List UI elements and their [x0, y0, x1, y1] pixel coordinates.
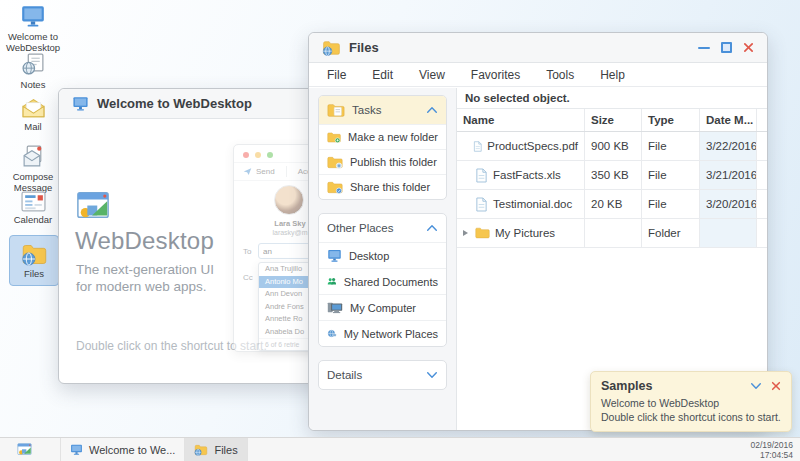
mail-icon	[21, 98, 46, 119]
table-row[interactable]: FastFacts.xls 350 KB File 3/21/2016 ...	[457, 161, 767, 190]
table-row[interactable]: ProductSpecs.pdf 900 KB File 3/22/2016 .…	[457, 132, 767, 161]
table-row[interactable]: Testimonial.doc 20 KB File 3/20/2016 ...	[457, 190, 767, 219]
network-globe-icon	[327, 327, 337, 340]
taskbar-clock: 02/19/2016 17:04:54	[750, 440, 793, 460]
row-spacer	[757, 132, 767, 160]
task-make-new-folder[interactable]: Make a new folder	[319, 124, 446, 149]
chevron-down-icon[interactable]	[426, 371, 438, 379]
details-header[interactable]: Details	[319, 361, 446, 389]
cc-label: Cc	[243, 273, 253, 282]
task-publish-folder[interactable]: Publish this folder	[319, 149, 446, 174]
app-name: WebDesktop	[75, 227, 214, 255]
chevron-up-icon[interactable]	[426, 106, 438, 114]
taskbar-item-welcome[interactable]: Welcome to We...	[60, 438, 184, 461]
file-type: File	[642, 190, 700, 218]
place-my-network-places[interactable]: My Network Places	[319, 320, 446, 346]
column-header-type[interactable]: Type	[642, 109, 700, 131]
file-icon	[475, 197, 488, 212]
file-date: 3/22/2016 ...	[700, 132, 757, 160]
menu-file[interactable]: File	[314, 63, 359, 87]
table-row[interactable]: My Pictures Folder	[457, 219, 767, 248]
chevron-down-icon[interactable]	[750, 382, 762, 390]
window-controls	[698, 42, 754, 53]
menu-tools[interactable]: Tools	[533, 63, 587, 87]
tasks-panel: Tasks Make a new folder Publish this fol…	[318, 95, 447, 200]
desktop-icon-compose-message[interactable]: Compose Message	[3, 144, 63, 193]
folder-plus-icon	[327, 131, 341, 144]
file-name: FastFacts.xls	[493, 169, 561, 181]
file-date	[700, 219, 757, 247]
close-dot-icon	[243, 152, 249, 158]
folder-doc-icon	[327, 103, 345, 118]
other-places-title: Other Places	[327, 222, 393, 234]
files-window-titlebar[interactable]: Files	[309, 33, 767, 63]
desktop-icon-files[interactable]: Files	[9, 235, 59, 286]
expand-caret-icon[interactable]	[463, 230, 468, 236]
tagline-line-2: for modern web apps.	[76, 278, 214, 295]
compose-icon	[21, 144, 46, 169]
task-label: Share this folder	[350, 181, 430, 193]
desktop-icon-mail[interactable]: Mail	[3, 98, 63, 132]
close-icon[interactable]	[743, 42, 754, 53]
computer-icon	[327, 301, 343, 314]
people-icon	[327, 275, 337, 288]
menu-help[interactable]: Help	[587, 63, 638, 87]
desktop-icon-label: Welcome to WebDesktop	[3, 31, 63, 53]
details-panel: Details	[318, 360, 447, 390]
file-name: Testimonial.doc	[493, 198, 572, 210]
task-share-folder[interactable]: Share this folder	[319, 174, 446, 199]
start-button[interactable]	[17, 442, 32, 457]
file-type: File	[642, 132, 700, 160]
file-size: 20 KB	[585, 190, 642, 218]
file-type: File	[642, 161, 700, 189]
file-date: 3/21/2016 ...	[700, 161, 757, 189]
folder-name-cell: My Pictures	[457, 219, 585, 247]
tasks-panel-header[interactable]: Tasks	[319, 96, 446, 124]
file-icon	[473, 139, 483, 154]
file-icon	[475, 168, 488, 183]
menu-view[interactable]: View	[406, 63, 458, 87]
desktop-icon-welcome[interactable]: Welcome to WebDesktop	[3, 3, 63, 53]
folder-globe-icon	[21, 243, 48, 266]
column-header-size[interactable]: Size	[585, 109, 642, 131]
maximize-icon[interactable]	[721, 42, 732, 53]
menu-edit[interactable]: Edit	[359, 63, 406, 87]
place-desktop[interactable]: Desktop	[319, 242, 446, 268]
tagline: The next-generation UI for modern web ap…	[76, 261, 214, 295]
file-name-cell: FastFacts.xls	[457, 161, 585, 189]
selection-status: No selected object.	[457, 88, 767, 109]
menu-favorites[interactable]: Favorites	[458, 63, 533, 87]
notification-line-1: Welcome to WebDesktop	[601, 396, 781, 410]
folder-globe-icon	[194, 444, 208, 456]
column-label: Size	[591, 114, 614, 126]
desktop-icon-label: Mail	[3, 121, 63, 132]
folder-globe-icon	[322, 40, 341, 56]
other-places-header[interactable]: Other Places	[319, 214, 446, 242]
file-size: 900 KB	[585, 132, 642, 160]
place-label: My Computer	[350, 302, 416, 314]
desktop-icon-calendar[interactable]: Calendar	[3, 191, 63, 225]
to-label: To	[243, 247, 251, 256]
file-size: 350 KB	[585, 161, 642, 189]
menu-bar: File Edit View Favorites Tools Help	[309, 63, 767, 87]
taskbar-item-files[interactable]: Files	[184, 438, 247, 461]
chevron-up-icon[interactable]	[426, 224, 438, 232]
column-header-date-modified[interactable]: Date M...	[700, 109, 757, 131]
column-header-name[interactable]: Name	[457, 109, 585, 131]
close-icon[interactable]	[771, 381, 781, 391]
folder-publish-icon	[327, 156, 343, 169]
file-size	[585, 219, 642, 247]
place-my-computer[interactable]: My Computer	[319, 294, 446, 320]
row-spacer	[757, 219, 767, 247]
column-label: Date M...	[706, 114, 753, 126]
notes-icon	[21, 52, 46, 77]
details-title: Details	[327, 369, 362, 381]
monitor-icon	[72, 95, 89, 112]
minimize-icon[interactable]	[698, 47, 710, 49]
file-date: 3/20/2016 ...	[700, 190, 757, 218]
notification-title: Samples	[601, 379, 652, 393]
place-shared-documents[interactable]: Shared Documents	[319, 268, 446, 294]
desktop-icon-notes[interactable]: Notes	[3, 52, 63, 90]
other-places-panel: Other Places Desktop Shared Documents My…	[318, 213, 447, 347]
folder-share-icon	[327, 181, 343, 194]
